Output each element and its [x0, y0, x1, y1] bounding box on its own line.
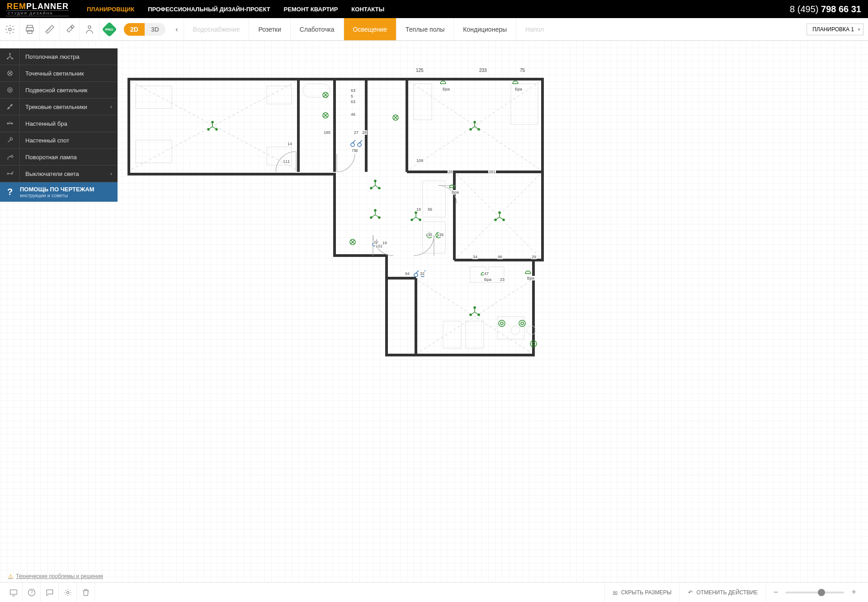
dimension-label: 28 — [448, 170, 453, 174]
problems-link[interactable]: ⚠ Технические проблемы и решения — [8, 573, 103, 579]
svg-point-75 — [66, 591, 69, 593]
nav-design[interactable]: ПРОФЕССИОНАЛЬНЫЙ ДИЗАЙН-ПРОЕКТ — [148, 6, 270, 13]
svg-point-40 — [511, 326, 520, 335]
dimension-label: 125 — [416, 68, 424, 73]
settings-icon[interactable] — [0, 18, 20, 41]
dimension-label: 28 — [362, 130, 367, 135]
pro-badge[interactable]: PRO — [99, 18, 119, 41]
help-circle-icon[interactable]: ? — [23, 583, 41, 602]
swivel-icon — [0, 149, 20, 165]
svg-line-19 — [131, 81, 296, 170]
tabs-prev-icon[interactable]: ‹ — [170, 18, 184, 40]
dimension-label: Бра — [514, 87, 523, 91]
zoom-slider[interactable] — [785, 592, 844, 593]
tab-water[interactable]: Водоснабжение — [184, 18, 249, 40]
view-toggle: 2D 3D — [124, 23, 165, 36]
dimension-label: 47 — [484, 271, 489, 276]
svg-rect-3 — [28, 30, 32, 33]
dimension-label: ПВ — [352, 148, 358, 153]
zoom-control: − + — [766, 583, 863, 602]
print-icon[interactable] — [20, 18, 40, 41]
svg-point-66 — [11, 155, 13, 157]
sidebar-item-track[interactable]: Трековые светильники› — [0, 99, 118, 115]
dimension-label: 23 — [500, 277, 505, 282]
svg-point-4 — [88, 26, 91, 28]
dimension-label: 14 — [287, 142, 292, 146]
screen-icon[interactable] — [5, 583, 23, 602]
spotlight-icon — [0, 65, 20, 81]
undo-icon: ↶ — [688, 589, 693, 596]
logo-sub: СТУДИЯ ДИЗАЙНА — [6, 10, 69, 16]
trash-icon[interactable] — [77, 583, 95, 602]
tab-floor[interactable]: Напол — [516, 18, 553, 40]
svg-point-57 — [7, 88, 12, 93]
zoom-in-button[interactable]: + — [849, 588, 859, 597]
svg-rect-27 — [136, 86, 172, 109]
sidebar-item-spotlight[interactable]: Точечный светильник — [0, 65, 118, 82]
dimension-label: 281 — [488, 170, 496, 174]
zoom-out-button[interactable]: − — [771, 588, 781, 597]
gear-icon[interactable] — [59, 583, 77, 602]
wallspot-icon — [0, 132, 20, 148]
track-icon — [0, 99, 20, 115]
svg-point-67 — [7, 173, 9, 175]
dimension-label: 32 — [420, 271, 425, 276]
dimension-label: 5 — [350, 94, 354, 99]
chat-icon[interactable] — [41, 583, 59, 602]
ruler-icon[interactable] — [40, 18, 60, 41]
logo-planner: PLANNER — [26, 2, 69, 11]
worker-icon[interactable] — [80, 18, 99, 41]
dimension-label: 94 — [405, 271, 410, 276]
svg-rect-39 — [466, 321, 484, 348]
canvas[interactable]: 6356318514111ПВ272846БраБра10928128Бра18… — [0, 41, 868, 582]
help-icon: ? — [0, 186, 20, 198]
tab-lowvolt[interactable]: Слаботочка — [290, 18, 344, 40]
dimension-label: 109 — [416, 158, 424, 163]
undo-button[interactable]: ↶ ОТМЕНИТЬ ДЕЙСТВИЕ — [679, 583, 765, 602]
dimension-label: 18 — [416, 207, 421, 212]
dimension-label: 75 — [520, 68, 525, 73]
sidebar-item-wallspot[interactable]: Настенный спот — [0, 132, 118, 149]
view-2d-button[interactable]: 2D — [124, 23, 145, 36]
dimension-label: ПГ — [373, 241, 379, 245]
sidebar-help[interactable]: ? ПОМОЩЬ ПО ЧЕРТЕЖАМ инструкции и советы — [0, 182, 118, 202]
dimension-label: 96 — [497, 255, 503, 259]
svg-line-20 — [131, 81, 296, 170]
dimension-label: 56 — [427, 207, 433, 212]
tab-sockets[interactable]: Розетки — [249, 18, 290, 40]
svg-rect-71 — [10, 590, 17, 594]
svg-point-58 — [9, 89, 11, 91]
view-3d-button[interactable]: 3D — [145, 23, 165, 36]
floorplan[interactable]: 6356318514111ПВ272846БраБра10928128Бра18… — [127, 77, 552, 366]
tab-heating[interactable]: Теплые полы — [396, 18, 453, 40]
sidebar-item-chandelier[interactable]: Потолочная люстра — [0, 48, 118, 65]
dimension-label: 34 — [472, 255, 478, 259]
dimension-label: Бра — [442, 87, 450, 91]
svg-point-68 — [11, 173, 13, 175]
dimension-label: 46 — [350, 112, 356, 117]
phone-number[interactable]: 8 (495) 798 66 31 — [790, 4, 861, 14]
sidebar: Потолочная люстра Точечный светильник По… — [0, 48, 118, 202]
switch-icon — [0, 166, 20, 182]
dimension-label: 63 — [350, 88, 356, 93]
logo[interactable]: REM PLANNER СТУДИЯ ДИЗАЙНА — [7, 2, 69, 16]
tab-ac[interactable]: Кондиционеры — [453, 18, 516, 40]
chandelier-icon — [0, 48, 20, 65]
tab-lighting[interactable]: Освещение — [344, 18, 396, 40]
hide-dimensions-button[interactable]: 80 СКРЫТЬ РАЗМЕРЫ — [604, 583, 680, 602]
layout-dropdown[interactable]: ПЛАНИРОВКА 1 — [807, 24, 863, 35]
nav-items: ПЛАНИРОВЩИК ПРОФЕССИОНАЛЬНЫЙ ДИЗАЙН-ПРОЕ… — [87, 6, 384, 13]
sidebar-item-switches[interactable]: Выключатели света› — [0, 166, 118, 182]
sidebar-item-pendant[interactable]: Подвесной светильник — [0, 82, 118, 99]
nav-renovation[interactable]: РЕМОНТ КВАРТИР — [284, 6, 338, 13]
nav-planner[interactable]: ПЛАНИРОВЩИК — [87, 6, 134, 13]
nav-contacts[interactable]: КОНТАКТЫ — [351, 6, 384, 13]
dimension-label: 27 — [354, 130, 359, 135]
top-nav: REM PLANNER СТУДИЯ ДИЗАЙНА ПЛАНИРОВЩИК П… — [0, 0, 868, 18]
sidebar-item-sconce[interactable]: Настенный бра — [0, 115, 118, 132]
dimension-label: Бра — [484, 277, 492, 282]
toolbar: PRO 2D 3D ‹ Водоснабжение Розетки Слабот… — [0, 18, 868, 41]
tools-icon[interactable] — [60, 18, 80, 41]
dimension-label: 35 — [427, 232, 433, 237]
sidebar-item-swivel[interactable]: Поворотная лампа — [0, 149, 118, 166]
